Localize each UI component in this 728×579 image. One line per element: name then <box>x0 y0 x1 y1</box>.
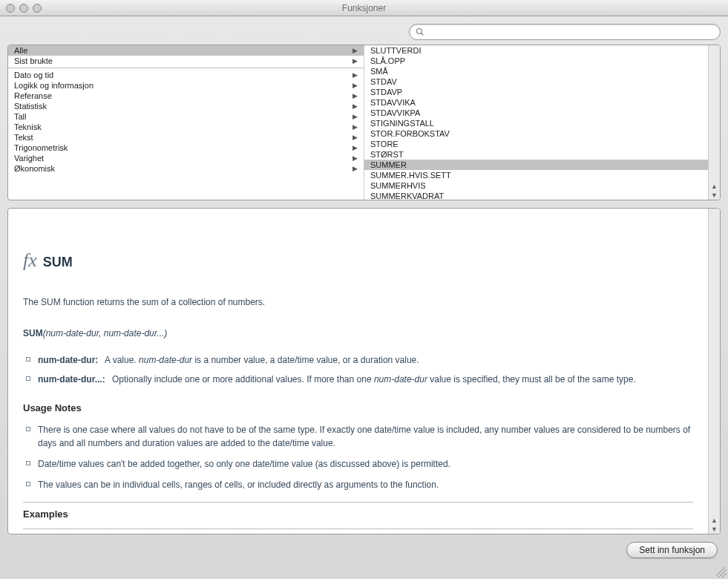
category-item[interactable]: Varighet▶ <box>8 153 364 163</box>
close-window-button[interactable] <box>6 4 15 13</box>
function-label: STOR.FORBOKSTAV <box>370 129 450 138</box>
chevron-right-icon: ▶ <box>352 47 358 54</box>
window-title: Funksjoner <box>0 3 728 13</box>
chevron-right-icon: ▶ <box>352 57 358 65</box>
category-label: Statistisk <box>14 102 47 111</box>
function-label: STØRST <box>370 150 404 159</box>
category-item[interactable]: Tekst▶ <box>8 132 364 143</box>
detail-scrollbar[interactable]: ▲ ▼ <box>708 209 720 534</box>
function-signature: SUM(num-date-dur, num-date-dur...) <box>23 327 693 340</box>
chevron-right-icon: ▶ <box>352 92 358 99</box>
function-item[interactable]: STIGNINGSTALL <box>364 118 708 128</box>
function-label: SLUTTVERDI <box>370 46 421 55</box>
bullet-icon <box>26 482 30 486</box>
function-item[interactable]: STORE <box>364 139 708 149</box>
category-label: Referanse <box>14 91 52 100</box>
category-item[interactable]: Sist brukte ▶ <box>8 56 364 66</box>
function-item[interactable]: STDAVVIKA <box>364 97 708 108</box>
zoom-window-button[interactable] <box>33 4 42 13</box>
function-item[interactable]: SLUTTVERDI <box>364 45 708 56</box>
function-label: STDAV <box>370 77 397 86</box>
scroll-down-icon[interactable]: ▼ <box>711 191 718 200</box>
function-label: SUMMER <box>370 160 407 169</box>
category-item[interactable]: Teknisk▶ <box>8 122 364 132</box>
divider <box>8 68 364 68</box>
note-text: The values can be in individual cells, r… <box>38 478 439 491</box>
usage-note: Date/time values can't be added together… <box>23 457 693 471</box>
insert-function-button[interactable]: Sett inn funksjon <box>626 542 718 558</box>
chevron-right-icon: ▶ <box>352 113 358 120</box>
category-item[interactable]: Trigonometrisk▶ <box>8 143 364 153</box>
chevron-right-icon: ▶ <box>352 102 358 110</box>
category-item[interactable]: Statistisk▶ <box>8 101 364 111</box>
function-item[interactable]: SUMMER.HVIS.SETT <box>364 170 708 180</box>
usage-note: There is one case where all values do no… <box>23 423 693 450</box>
category-item[interactable]: Referanse▶ <box>8 91 364 101</box>
parameter-name: num-date-dur...: <box>38 374 105 385</box>
signature-name: SUM <box>23 328 43 338</box>
function-item[interactable]: SMÅ <box>364 66 708 76</box>
usage-note: The values can be in individual cells, r… <box>23 478 693 491</box>
category-item[interactable]: Alle ▶ <box>8 45 364 56</box>
function-item[interactable]: STDAVVIKPA <box>364 108 708 118</box>
function-label: STDAVP <box>370 88 402 96</box>
function-label: SLÅ.OPP <box>370 56 405 65</box>
function-label: STIGNINGSTALL <box>370 119 434 128</box>
function-item[interactable]: STDAV <box>364 76 708 87</box>
chevron-right-icon: ▶ <box>352 71 358 79</box>
category-item[interactable]: Økonomisk▶ <box>8 163 364 174</box>
parameter-item: num-date-dur: A value. num-date-dur is a… <box>23 353 693 367</box>
function-scrollbar[interactable]: ▲ ▼ <box>708 45 720 200</box>
function-item[interactable]: STDAVP <box>364 87 708 97</box>
minimize-window-button[interactable] <box>19 4 28 13</box>
chevron-right-icon: ▶ <box>352 82 358 89</box>
bullet-icon <box>26 427 30 431</box>
category-item[interactable]: Tall▶ <box>8 111 364 122</box>
svg-point-0 <box>417 29 422 34</box>
titlebar: Funksjoner <box>0 0 728 16</box>
function-description: The SUM function returns the sum of a co… <box>23 295 693 309</box>
scroll-up-icon[interactable]: ▲ <box>711 516 718 525</box>
parameter-item: num-date-dur...: Optionally include one … <box>23 373 693 386</box>
bullet-icon <box>26 357 30 362</box>
usage-notes-heading: Usage Notes <box>23 401 693 416</box>
resize-grip[interactable] <box>716 567 727 578</box>
category-label: Økonomisk <box>14 164 55 173</box>
function-item[interactable]: SUMMER <box>364 160 708 170</box>
function-label: STORE <box>370 140 399 148</box>
category-item[interactable]: Logikk og informasjon▶ <box>8 80 364 91</box>
category-label: Logikk og informasjon <box>14 81 94 90</box>
parameter-text: A value. num-date-dur is a number value,… <box>105 355 419 365</box>
function-label: STDAVVIKPA <box>370 108 420 117</box>
function-item[interactable]: SLÅ.OPP <box>364 56 708 66</box>
bullet-icon <box>26 461 30 465</box>
fx-icon: fx <box>23 246 37 275</box>
note-text: There is one case where all values do no… <box>38 423 693 450</box>
function-item[interactable]: SUMMERKVADRAT <box>364 191 708 200</box>
function-pane: SLUTTVERDI SLÅ.OPP SMÅ STDAV STDAVP STDA… <box>364 45 720 200</box>
function-label: STDAVVIKA <box>370 98 416 107</box>
chevron-right-icon: ▶ <box>352 154 358 162</box>
category-pane: Alle ▶ Sist brukte ▶ Dato og tid▶ Logikk… <box>8 45 364 200</box>
note-text: Date/time values can't be added together… <box>38 457 450 471</box>
example-text: =SUM(A1:A4) adds the numbers in four cel… <box>23 532 693 534</box>
category-label: Varighet <box>14 154 44 163</box>
window-controls <box>0 4 42 13</box>
search-box[interactable] <box>409 24 721 40</box>
detail-panel: fx SUM The SUM function returns the sum … <box>7 208 721 534</box>
function-label: SUMMER.HVIS.SETT <box>370 171 451 180</box>
function-item[interactable]: SUMMERHVIS <box>364 180 708 191</box>
category-label: Teknisk <box>14 122 42 131</box>
examples-heading: Examples <box>23 507 693 522</box>
chevron-right-icon: ▶ <box>352 134 358 141</box>
scroll-up-icon[interactable]: ▲ <box>711 182 718 191</box>
function-item[interactable]: STØRST <box>364 149 708 160</box>
category-item[interactable]: Dato og tid▶ <box>8 70 364 80</box>
category-label: Sist brukte <box>14 56 53 65</box>
search-input[interactable] <box>427 27 714 37</box>
chevron-right-icon: ▶ <box>352 123 358 131</box>
category-label: Dato og tid <box>14 71 53 79</box>
function-item[interactable]: STOR.FORBOKSTAV <box>364 128 708 139</box>
scroll-down-icon[interactable]: ▼ <box>711 525 718 534</box>
chevron-right-icon: ▶ <box>352 144 358 151</box>
